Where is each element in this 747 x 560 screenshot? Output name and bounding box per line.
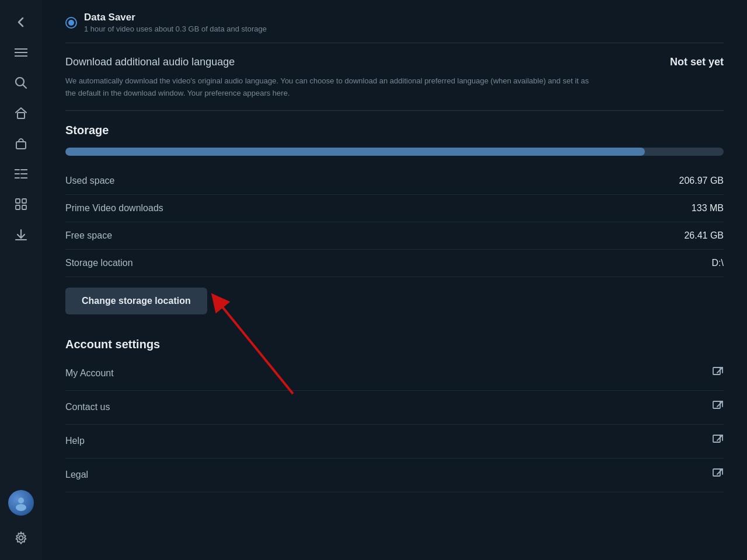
my-account-label: My Account <box>65 368 114 379</box>
radio-inner-dot <box>68 20 74 26</box>
storage-row-free: Free space 26.41 GB <box>65 222 724 250</box>
account-row-my-account[interactable]: My Account <box>65 357 724 391</box>
help-external-icon <box>712 434 724 449</box>
storage-bar-container <box>65 148 724 156</box>
svg-point-21 <box>19 536 23 540</box>
grid-icon[interactable] <box>8 191 34 217</box>
storage-row-location: Storage location D:\ <box>65 250 724 277</box>
storage-section: Storage Used space 206.97 GB Prime Video… <box>65 111 724 325</box>
account-row-help[interactable]: Help <box>65 425 724 459</box>
svg-rect-6 <box>16 142 26 149</box>
legal-label: Legal <box>65 470 88 480</box>
data-saver-title: Data Saver <box>84 12 267 23</box>
storage-downloads-value: 133 MB <box>692 203 724 214</box>
home-icon[interactable] <box>8 100 34 126</box>
account-row-contact[interactable]: Contact us <box>65 391 724 425</box>
storage-downloads-label: Prime Video downloads <box>65 203 163 214</box>
main-content: Data Saver 1 hour of video uses about 0.… <box>42 0 747 560</box>
contact-us-label: Contact us <box>65 402 110 412</box>
audio-language-title: Download additional audio language <box>65 56 235 68</box>
storage-location-value: D:\ <box>712 258 724 268</box>
account-settings-title: Account settings <box>65 338 724 351</box>
svg-point-20 <box>16 504 26 511</box>
svg-rect-13 <box>16 199 20 203</box>
menu-icon[interactable] <box>8 40 34 65</box>
back-icon[interactable] <box>8 9 34 35</box>
account-settings-section: Account settings My Account Contact us <box>65 325 724 492</box>
storage-row-used: Used space 206.97 GB <box>65 167 724 195</box>
audio-language-description: We automatically download the video's or… <box>65 75 591 100</box>
svg-rect-14 <box>22 199 26 203</box>
data-saver-section: Data Saver 1 hour of video uses about 0.… <box>65 0 724 43</box>
audio-language-section: Download additional audio language Not s… <box>65 43 724 111</box>
storage-used-value: 206.97 GB <box>679 176 724 186</box>
storage-free-label: Free space <box>65 230 112 241</box>
change-storage-container: Change storage location <box>65 277 724 314</box>
download-icon[interactable] <box>8 222 34 247</box>
storage-free-value: 26.41 GB <box>684 230 724 241</box>
list-icon[interactable] <box>8 161 34 187</box>
data-saver-subtitle: 1 hour of video uses about 0.3 GB of dat… <box>84 24 267 33</box>
svg-rect-5 <box>18 113 25 118</box>
storage-title: Storage <box>65 124 724 137</box>
avatar[interactable] <box>8 490 34 516</box>
my-account-external-icon <box>712 366 724 381</box>
contact-us-external-icon <box>712 400 724 415</box>
storage-location-label: Storage location <box>65 258 133 268</box>
storage-row-downloads: Prime Video downloads 133 MB <box>65 195 724 222</box>
account-row-legal[interactable]: Legal <box>65 459 724 492</box>
audio-language-value: Not set yet <box>670 56 724 68</box>
legal-external-icon <box>712 468 724 482</box>
shop-icon[interactable] <box>8 131 34 156</box>
help-label: Help <box>65 436 85 446</box>
svg-point-19 <box>18 498 24 503</box>
data-saver-radio[interactable] <box>65 17 77 29</box>
sidebar <box>0 0 42 560</box>
storage-used-label: Used space <box>65 176 115 186</box>
search-icon[interactable] <box>8 70 34 96</box>
settings-icon[interactable] <box>8 525 34 551</box>
svg-rect-16 <box>22 205 26 209</box>
change-storage-button[interactable]: Change storage location <box>65 288 207 314</box>
svg-line-4 <box>23 85 27 89</box>
svg-rect-15 <box>16 205 20 209</box>
storage-bar-fill <box>65 148 645 156</box>
